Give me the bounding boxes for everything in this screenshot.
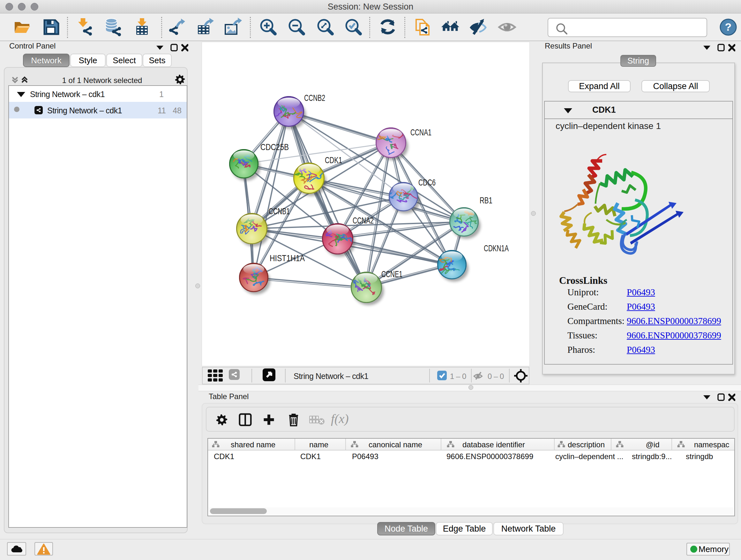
svg-text:CCNA2: CCNA2 (353, 215, 374, 226)
svg-text:RB1: RB1 (480, 195, 492, 205)
svg-text:CDK1: CDK1 (325, 155, 342, 165)
svg-text:?: ? (725, 21, 732, 33)
svg-text:CCNB1: CCNB1 (269, 206, 290, 216)
svg-text:CCNB2: CCNB2 (304, 93, 325, 103)
svg-text:CDC6: CDC6 (418, 178, 435, 187)
svg-text:CDC25B: CDC25B (260, 142, 289, 152)
svg-text:CCNE1: CCNE1 (381, 269, 402, 279)
svg-text:CDKN1A: CDKN1A (484, 243, 509, 253)
svg-text:CCNA1: CCNA1 (410, 127, 431, 137)
svg-text:HIST1H1A: HIST1H1A (270, 253, 305, 263)
